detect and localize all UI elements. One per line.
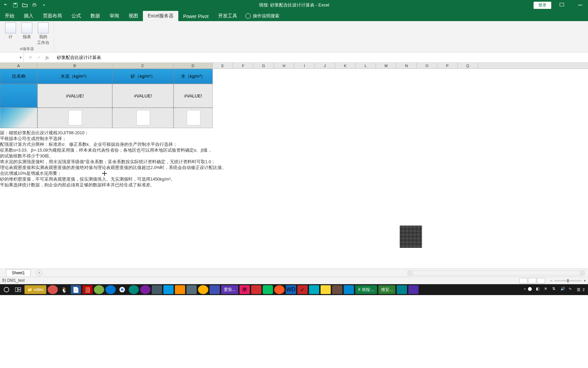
- row3-d[interactable]: [174, 108, 213, 128]
- col-header-L[interactable]: L: [356, 63, 376, 68]
- tray-time[interactable]: 2: [583, 288, 585, 292]
- ribbon-btn-1[interactable]: 计: [3, 22, 18, 46]
- scroll-left-icon[interactable]: [408, 271, 413, 275]
- ribbon-btn-report[interactable]: 报表: [20, 22, 34, 46]
- col-header-O[interactable]: O: [417, 63, 437, 68]
- tray-up-icon[interactable]: ^: [524, 288, 526, 292]
- tb-app-6[interactable]: [129, 285, 139, 294]
- tab-review[interactable]: 审阅: [105, 11, 124, 21]
- tb-app-2[interactable]: 🐧: [59, 285, 69, 294]
- open-icon[interactable]: [22, 2, 28, 8]
- tb-excel-current[interactable]: X 填报:...: [355, 285, 377, 294]
- tb-app-9[interactable]: [163, 285, 174, 294]
- tb-app-12[interactable]: [198, 285, 208, 294]
- undo-icon[interactable]: [3, 2, 9, 8]
- tb-edge-icon[interactable]: [105, 285, 116, 294]
- namebox-dropdown-icon[interactable]: ▼: [19, 56, 22, 59]
- zoom-in-icon[interactable]: +: [584, 278, 586, 283]
- col-header-M[interactable]: M: [376, 63, 396, 68]
- tb-app-17[interactable]: WD: [286, 285, 296, 294]
- tb-app-13[interactable]: [210, 285, 220, 294]
- row3-a[interactable]: [0, 108, 37, 128]
- tb-app-16[interactable]: [274, 285, 284, 294]
- tray-icon-4[interactable]: ∿: [569, 287, 575, 293]
- col-header-F[interactable]: F: [233, 63, 254, 68]
- tb-app-7[interactable]: [140, 285, 150, 294]
- worksheet-grid[interactable]: 比名称 水泥（kg/m³） 砂（kg/m³） 水（kg/m³） #VALUE! …: [0, 69, 588, 269]
- tab-view[interactable]: 视图: [124, 11, 143, 21]
- tb-app-10[interactable]: [175, 285, 185, 294]
- view-normal-icon[interactable]: [519, 278, 527, 283]
- tb-app-19[interactable]: [309, 285, 319, 294]
- row2-d[interactable]: #VALUE!: [174, 84, 213, 108]
- hdr-name[interactable]: 比名称: [0, 69, 37, 84]
- zoom-out-icon[interactable]: −: [550, 278, 552, 283]
- login-button[interactable]: 登录: [534, 2, 551, 9]
- tb-aijian[interactable]: 爱剪...: [221, 285, 238, 294]
- tab-insert[interactable]: 插入: [19, 11, 38, 21]
- col-header-A[interactable]: A: [0, 63, 37, 68]
- tb-chrome-icon[interactable]: [117, 285, 127, 294]
- tb-app-24[interactable]: [408, 285, 419, 294]
- col-header-N[interactable]: N: [396, 63, 417, 68]
- tb-app-4[interactable]: 📕: [82, 285, 93, 294]
- hdr-sand[interactable]: 砂（kg/m³）: [112, 69, 174, 84]
- tab-excelserver[interactable]: Excel服务器: [143, 11, 178, 21]
- col-header-Q[interactable]: Q: [458, 63, 478, 68]
- tray-volume-icon[interactable]: 🔊: [560, 287, 567, 293]
- tray-icon-3[interactable]: ✕: [544, 287, 550, 293]
- tb-app-8[interactable]: [152, 285, 162, 294]
- name-box[interactable]: ▼: [0, 52, 24, 62]
- col-header-J[interactable]: J: [315, 63, 335, 68]
- add-sheet-button[interactable]: +: [36, 270, 42, 276]
- col-header-C[interactable]: C: [112, 63, 174, 68]
- taskview-icon[interactable]: [13, 285, 23, 294]
- scroll-right-icon[interactable]: [579, 271, 584, 275]
- tb-app-1[interactable]: [48, 285, 58, 294]
- col-header-P[interactable]: P: [437, 63, 458, 68]
- cancel-icon[interactable]: ✕: [29, 55, 32, 60]
- tb-wechat-icon[interactable]: [263, 285, 273, 294]
- zoom-control[interactable]: − +: [550, 278, 586, 283]
- horizontal-scrollbar[interactable]: [408, 271, 585, 275]
- tb-app-5[interactable]: [94, 285, 104, 294]
- tb-app-15[interactable]: [251, 285, 261, 294]
- tray-icon-2[interactable]: ◧: [536, 287, 542, 293]
- fx-icon[interactable]: fx: [46, 55, 49, 60]
- col-header-K[interactable]: K: [335, 63, 356, 68]
- view-pagelayout-icon[interactable]: [528, 278, 536, 283]
- tb-weian[interactable]: 维安...: [378, 285, 395, 294]
- col-header-H[interactable]: H: [274, 63, 294, 68]
- ribbon-display-icon[interactable]: [554, 0, 570, 10]
- row2-a[interactable]: [0, 84, 37, 108]
- col-header-D[interactable]: D: [174, 63, 213, 68]
- confirm-icon[interactable]: ✓: [37, 55, 41, 60]
- row2-c[interactable]: #VALUE!: [112, 84, 174, 108]
- row2-b[interactable]: #VALUE!: [37, 84, 112, 108]
- ribbon-btn-mydesk[interactable]: 我的 工作台: [36, 22, 50, 46]
- tb-app-23[interactable]: [397, 285, 407, 294]
- minimize-icon[interactable]: [572, 0, 588, 10]
- row3-b[interactable]: [37, 108, 112, 128]
- tb-app-11[interactable]: [186, 285, 197, 294]
- tab-formulas[interactable]: 公式: [67, 11, 86, 21]
- tb-app-21[interactable]: [332, 285, 342, 294]
- formula-input[interactable]: 砂浆配合比设计计算表: [53, 55, 588, 61]
- tray-ime[interactable]: 英: [577, 287, 581, 292]
- col-header-I[interactable]: I: [294, 63, 315, 68]
- tell-me-search[interactable]: 操作说明搜索: [242, 11, 283, 21]
- col-header-E[interactable]: E: [213, 63, 233, 68]
- tab-powerpivot[interactable]: Power Pivot: [178, 12, 213, 21]
- tb-app-14[interactable]: 米: [240, 285, 250, 294]
- tray-network-icon[interactable]: ⇅: [552, 287, 558, 293]
- col-header-G[interactable]: G: [254, 63, 274, 68]
- tb-app-22[interactable]: [344, 285, 354, 294]
- hdr-cement[interactable]: 水泥（kg/m³）: [37, 69, 112, 84]
- tb-app-18[interactable]: ✓: [297, 285, 308, 294]
- taskbar-folder-video[interactable]: 📁video: [24, 285, 46, 294]
- sheet-tab-1[interactable]: Sheet1: [6, 269, 31, 276]
- hdr-water[interactable]: 水（kg/m³）: [174, 69, 213, 84]
- tab-data[interactable]: 数据: [86, 11, 105, 21]
- row3-c[interactable]: [112, 108, 174, 128]
- tb-app-3[interactable]: 📄: [71, 285, 81, 294]
